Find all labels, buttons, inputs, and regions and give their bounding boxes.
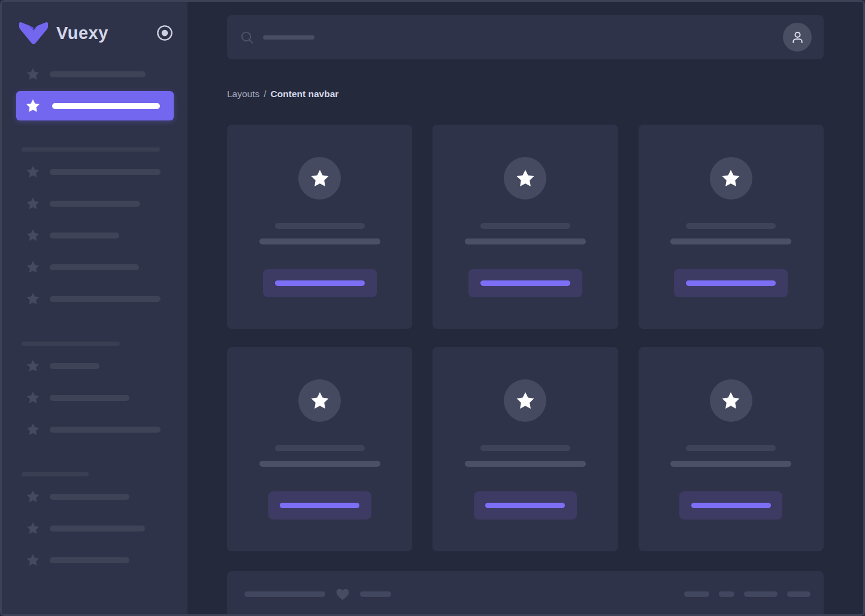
item-label-skeleton (50, 201, 140, 207)
search-icon (240, 31, 254, 44)
sidebar-menu (2, 58, 187, 576)
card-subtitle-skeleton (259, 238, 380, 244)
card-subtitle-skeleton (259, 461, 380, 467)
star-icon (721, 391, 741, 411)
card-action-button[interactable] (268, 491, 371, 520)
item-label-skeleton (50, 264, 139, 270)
item-label-skeleton (50, 494, 129, 500)
sidebar-item-active[interactable] (16, 91, 174, 120)
card-grid (227, 125, 824, 551)
star-icon (26, 260, 40, 274)
item-label-skeleton (50, 296, 161, 302)
card-title-skeleton (480, 445, 570, 451)
card (639, 125, 824, 329)
star-icon (26, 67, 40, 81)
card-title-skeleton (275, 223, 365, 229)
star-icon (26, 228, 40, 243)
sidebar-item[interactable] (2, 188, 187, 219)
card-avatar (504, 157, 546, 200)
star-icon (26, 197, 40, 211)
card-action-button[interactable] (474, 491, 577, 520)
sidebar-item[interactable] (2, 512, 187, 544)
radio-circle-icon[interactable] (156, 25, 173, 41)
section-label-skeleton (22, 472, 89, 476)
card-avatar (298, 157, 341, 200)
breadcrumb-current: Content navbar (271, 89, 339, 99)
vuexy-logo-icon (19, 22, 49, 45)
card-action-button[interactable] (674, 269, 788, 297)
item-label-skeleton (50, 526, 145, 532)
card-subtitle-skeleton (670, 238, 791, 244)
item-label-skeleton (52, 103, 160, 109)
button-label-skeleton (480, 280, 570, 286)
sidebar-item[interactable] (2, 481, 187, 512)
card-subtitle-skeleton (465, 238, 586, 244)
star-icon (26, 521, 40, 536)
breadcrumb-separator: / (264, 89, 266, 99)
item-label-skeleton (50, 557, 129, 563)
button-label-skeleton (275, 280, 365, 286)
star-icon (26, 490, 40, 504)
sidebar-section-heading (2, 468, 187, 481)
star-icon (515, 168, 536, 189)
sidebar-header: Vuexy (2, 2, 187, 46)
footer-link-skeleton (744, 591, 778, 597)
search-bar[interactable] (227, 15, 824, 59)
app-window: Vuexy (0, 0, 865, 616)
card (639, 347, 824, 551)
card-title-skeleton (275, 445, 365, 451)
footer-link-skeleton (787, 591, 810, 597)
sidebar-section-heading (2, 337, 187, 350)
button-label-skeleton (691, 503, 771, 508)
card-title-skeleton (686, 445, 776, 451)
avatar[interactable] (783, 23, 812, 52)
card (432, 125, 618, 329)
footer-text-skeleton (244, 591, 325, 597)
footer-left-group (244, 586, 391, 602)
card-avatar (710, 379, 752, 422)
item-label-skeleton (50, 232, 119, 238)
button-label-skeleton (686, 280, 776, 286)
section-label-skeleton (22, 342, 120, 346)
item-label-skeleton (50, 363, 99, 369)
card-avatar (298, 379, 341, 422)
card-title-skeleton (686, 223, 776, 229)
card-action-button[interactable] (679, 491, 782, 520)
footer-right-group (684, 591, 810, 597)
brand-name: Vuexy (56, 23, 108, 43)
card-avatar (710, 157, 752, 200)
star-icon (26, 391, 40, 405)
main-content: Layouts/Content navbar (187, 2, 863, 614)
section-label-skeleton (22, 147, 160, 152)
item-label-skeleton (50, 427, 161, 433)
sidebar-item[interactable] (2, 544, 187, 576)
sidebar-item[interactable] (2, 156, 187, 188)
heart-icon (335, 586, 350, 602)
item-label-skeleton (50, 169, 161, 175)
sidebar: Vuexy (2, 2, 187, 614)
star-icon (310, 391, 330, 411)
sidebar-item[interactable] (2, 283, 187, 315)
item-label-skeleton (50, 395, 129, 401)
card-subtitle-skeleton (670, 461, 791, 467)
footer-text-skeleton (360, 591, 391, 597)
sidebar-section-heading (2, 143, 187, 156)
search-placeholder-skeleton (263, 35, 314, 40)
sidebar-item[interactable] (2, 350, 187, 382)
star-icon (26, 553, 40, 567)
button-label-skeleton (280, 503, 359, 508)
sidebar-item[interactable] (2, 58, 187, 90)
star-icon (515, 391, 536, 411)
footer-link-skeleton (719, 591, 734, 597)
card-action-button[interactable] (468, 269, 582, 297)
sidebar-item[interactable] (2, 413, 187, 445)
card-action-button[interactable] (263, 269, 377, 297)
sidebar-item[interactable] (2, 382, 187, 413)
breadcrumb-link-layouts[interactable]: Layouts (227, 89, 259, 99)
star-icon (26, 165, 40, 179)
sidebar-item[interactable] (2, 251, 187, 283)
card-title-skeleton (480, 223, 570, 229)
card (227, 125, 412, 329)
person-icon (790, 29, 806, 46)
sidebar-item[interactable] (2, 219, 187, 251)
